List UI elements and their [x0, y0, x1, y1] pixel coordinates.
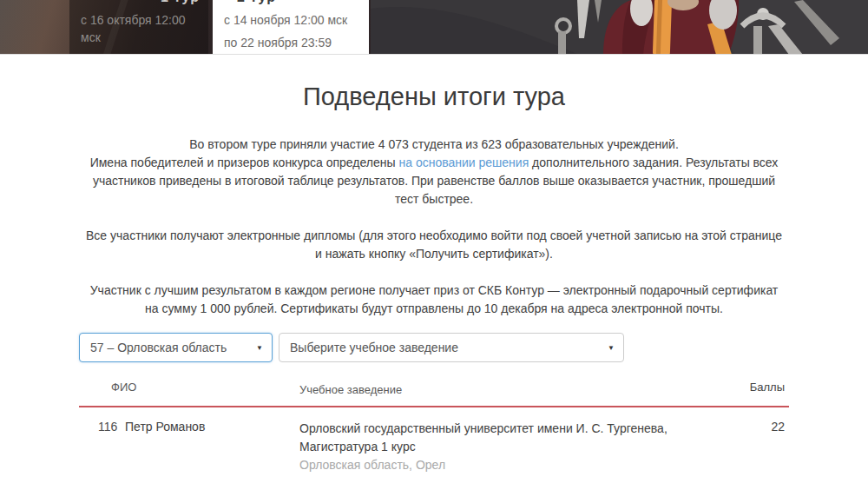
- participant-rank: 116: [79, 420, 118, 474]
- prizes-paragraph: Все участники получают электронные дипло…: [82, 227, 786, 318]
- participant-institution: Орловский государственный университет им…: [293, 420, 741, 474]
- table-row: 387 Алёна Смирнова Ливенский филиал Орло…: [79, 486, 789, 490]
- page-title: Подведены итоги тура: [0, 83, 868, 111]
- page: 1 тур с 16 октября 12:00 мск по 31 октяб…: [0, 0, 868, 490]
- round2-title: 2 тур: [237, 0, 276, 6]
- institution-select-placeholder: Выберите учебное заведение: [290, 341, 458, 354]
- round1-card: 1 тур с 16 октября 12:00 мск по 31 октяб…: [69, 0, 208, 55]
- intro-text-before-link: Имена победителей и призеров конкурса оп…: [90, 156, 399, 169]
- intro-paragraph: Во втором туре приняли участие 4 073 сту…: [82, 136, 786, 209]
- round2-card: 2 тур с 14 ноября 12:00 мск по 22 ноября…: [213, 0, 369, 55]
- hero-header: 1 тур с 16 октября 12:00 мск по 31 октяб…: [0, 0, 868, 55]
- decision-link[interactable]: на основании решения: [398, 156, 529, 169]
- participant-score: 22: [741, 420, 789, 474]
- certificates-text: Участник с лучшим результатом в каждом р…: [82, 281, 786, 318]
- round1-title: 1 тур: [161, 0, 200, 6]
- throne-illustration: [371, 0, 868, 55]
- score-column-header: Баллы: [741, 381, 789, 399]
- institution-column-header: Учебное заведение: [293, 381, 741, 399]
- round2-end-date: по 22 ноября 23:59: [213, 34, 369, 51]
- hero-dark-panel: [371, 0, 868, 55]
- institution-name: Орловский государственный университет им…: [299, 420, 741, 456]
- diplomas-text: Все участники получают электронные дипло…: [82, 227, 786, 263]
- chevron-down-icon: ▼: [256, 344, 263, 352]
- participant-name: Петр Романов: [118, 420, 293, 474]
- results-table: ФИО Учебное заведение Баллы 116 Петр Ром…: [79, 373, 789, 490]
- region-select-value: 57 – Орловская область: [90, 341, 227, 354]
- table-row: 116 Петр Романов Орловский государственн…: [79, 407, 789, 486]
- region-select[interactable]: 57 – Орловская область ▼: [79, 333, 273, 362]
- table-header-row: ФИО Учебное заведение Баллы: [79, 373, 789, 407]
- institution-select[interactable]: Выберите учебное заведение ▼: [279, 333, 624, 362]
- round2-start-date: с 14 ноября 12:00 мск: [213, 11, 369, 29]
- round1-end-date: по 31 октября 23:59: [69, 51, 208, 55]
- intro-line-1: Во втором туре приняли участие 4 073 сту…: [82, 136, 786, 154]
- intro-line-2: Имена победителей и призеров конкурса оп…: [82, 154, 786, 209]
- round1-start-date: с 16 октября 12:00 мск: [69, 11, 208, 46]
- results-section: Подведены итоги тура Во втором туре прин…: [0, 83, 868, 490]
- fio-column-header: ФИО: [104, 381, 293, 399]
- chevron-down-icon: ▼: [608, 344, 615, 352]
- filters-bar: 57 – Орловская область ▼ Выберите учебно…: [79, 333, 789, 362]
- institution-location: Орловская область, Орел: [299, 456, 741, 474]
